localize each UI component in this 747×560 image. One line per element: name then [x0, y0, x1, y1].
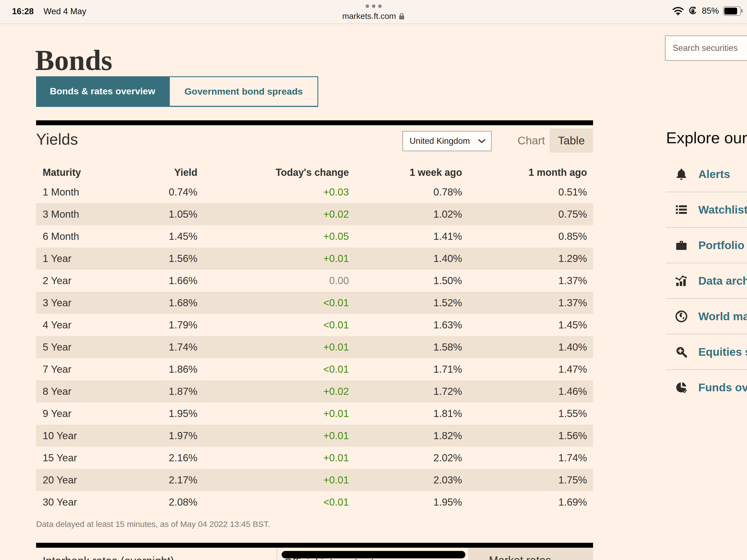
table-cell-change: 0.00 — [198, 275, 349, 286]
status-icons: 85% — [672, 6, 741, 16]
table-cell-yield: 1.97% — [156, 430, 198, 441]
table-row: 3 Month1.05%+0.021.02%0.75% — [36, 203, 593, 225]
table-cell-month_ago: 1.29% — [462, 253, 587, 264]
chart-archive-icon — [674, 274, 689, 288]
table-row: 1 Month0.74%+0.030.78%0.51% — [36, 181, 593, 203]
sidebar-item-label: Alerts — [698, 168, 730, 181]
table-cell-month_ago: 0.85% — [462, 231, 587, 242]
pie-chart-icon — [674, 380, 689, 394]
table-cell-change: +0.01 — [198, 408, 349, 419]
table-cell-yield: 1.74% — [156, 341, 198, 353]
table-cell-change: <0.01 — [198, 364, 349, 375]
table-cell-maturity: 3 Year — [36, 297, 156, 309]
table-row: 6 Month1.45%+0.051.41%0.85% — [36, 225, 593, 248]
table-cell-week_ago: 1.81% — [349, 408, 462, 419]
table-cell-week_ago: 2.03% — [349, 475, 462, 486]
region-select[interactable]: United Kingdom — [403, 131, 492, 151]
yields-table-rows: 1 Month0.74%+0.030.78%0.51%3 Month1.05%+… — [36, 181, 593, 513]
ipad-safari-screen: 16:28Wed 4 May markets.ft.com 8 — [0, 0, 747, 560]
table-cell-month_ago: 1.40% — [462, 341, 587, 353]
wifi-icon — [672, 6, 684, 15]
table-cell-week_ago: 1.02% — [349, 209, 462, 220]
view-toggle-chart[interactable]: Chart — [513, 128, 549, 153]
table-cell-month_ago: 1.45% — [462, 320, 587, 331]
section-divider-bar — [36, 120, 593, 125]
tab-bonds-rates-overview[interactable]: Bonds & rates overview — [36, 76, 169, 106]
table-header-row: Maturity Yield Today's change 1 week ago… — [36, 164, 593, 181]
sidebar-item-funds-overview[interactable]: Funds overview — [666, 370, 747, 405]
bell-icon — [674, 167, 689, 181]
table-row: 4 Year1.79%<0.011.63%1.45% — [36, 314, 593, 336]
status-bar: 16:28Wed 4 May markets.ft.com 8 — [0, 0, 747, 24]
tab-overview-dots[interactable] — [0, 4, 747, 8]
col-header-1-week-ago: 1 week ago — [349, 167, 462, 178]
table-row: 9 Year1.95%+0.011.81%1.55% — [36, 403, 593, 425]
section-divider-bar — [36, 543, 593, 548]
explore-sidebar: Explore our Alerts — [666, 128, 747, 405]
sidebar-item-equities-screener[interactable]: Equities screener — [666, 334, 747, 370]
sidebar-item-label: Portfolio — [698, 239, 745, 252]
table-cell-month_ago: 0.75% — [462, 209, 587, 220]
sidebar-item-label: Watchlists — [698, 203, 747, 216]
col-header-maturity: Maturity — [36, 167, 156, 178]
battery-percent: 85% — [702, 6, 719, 16]
column-divider — [277, 548, 277, 560]
tab-government-bond-spreads[interactable]: Government bond spreads — [169, 76, 318, 106]
view-toggle-table[interactable]: Table — [549, 128, 593, 153]
table-cell-maturity: 5 Year — [36, 341, 156, 353]
table-row: 1 Year1.56%+0.011.40%1.29% — [36, 248, 593, 270]
tab-bar: Bonds & rates overview Government bond s… — [36, 76, 318, 107]
table-cell-week_ago: 0.78% — [349, 186, 462, 198]
table-cell-month_ago: 1.74% — [462, 452, 587, 464]
table-cell-week_ago: 1.52% — [349, 297, 462, 309]
table-cell-yield: 1.45% — [156, 231, 198, 242]
search-input[interactable] — [665, 35, 747, 61]
home-indicator[interactable] — [282, 551, 465, 558]
table-cell-change: +0.01 — [198, 452, 349, 464]
sidebar-item-watchlists[interactable]: Watchlists — [666, 192, 747, 228]
globe-icon — [674, 309, 689, 324]
table-cell-week_ago: 2.02% — [349, 452, 462, 464]
table-cell-yield: 2.16% — [156, 452, 198, 464]
table-cell-maturity: 30 Year — [36, 497, 156, 508]
sidebar-item-portfolio[interactable]: Portfolio — [666, 228, 747, 263]
sidebar-item-label: Equities screener — [698, 346, 747, 358]
table-cell-yield: 1.68% — [156, 297, 198, 309]
table-cell-change: <0.01 — [198, 297, 349, 309]
table-cell-yield: 1.66% — [156, 275, 198, 286]
table-cell-week_ago: 1.95% — [349, 497, 462, 508]
table-cell-yield: 1.56% — [156, 253, 198, 264]
table-cell-maturity: 9 Year — [36, 408, 156, 419]
yields-table: Maturity Yield Today's change 1 week ago… — [36, 164, 593, 513]
table-cell-maturity: 7 Year — [36, 364, 156, 375]
region-select-value: United Kingdom — [410, 136, 470, 146]
sidebar-item-label: World markets — [698, 310, 747, 323]
padlock-icon — [398, 12, 405, 20]
table-cell-month_ago: 1.46% — [462, 386, 587, 397]
table-cell-yield: 1.79% — [156, 320, 198, 331]
table-row: 20 Year2.17%+0.012.03%1.75% — [36, 469, 593, 491]
table-cell-month_ago: 1.37% — [462, 275, 587, 286]
table-cell-month_ago: 1.37% — [462, 297, 587, 309]
sidebar-item-alerts[interactable]: Alerts — [666, 157, 747, 192]
table-cell-month_ago: 0.51% — [462, 186, 587, 198]
table-cell-maturity: 1 Year — [36, 253, 156, 264]
screener-magnifier-icon — [674, 345, 689, 359]
table-cell-change: +0.03 — [198, 186, 349, 198]
table-cell-change: +0.02 — [198, 209, 349, 220]
sidebar-item-data-archive[interactable]: Data archive — [666, 263, 747, 299]
sidebar-title: Explore our — [666, 128, 747, 147]
table-cell-change: +0.05 — [198, 231, 349, 242]
table-cell-month_ago: 1.47% — [462, 364, 587, 375]
list-icon — [674, 203, 689, 217]
table-cell-maturity: 4 Year — [36, 320, 156, 331]
table-cell-maturity: 10 Year — [36, 430, 156, 441]
sidebar-item-world-markets[interactable]: World markets — [666, 299, 747, 334]
table-cell-yield: 1.87% — [156, 386, 198, 397]
table-cell-yield: 0.74% — [156, 186, 198, 198]
address-bar[interactable]: markets.ft.com — [0, 11, 747, 21]
table-cell-maturity: 20 Year — [36, 475, 156, 486]
table-row: 15 Year2.16%+0.012.02%1.74% — [36, 447, 593, 469]
col-header-yield: Yield — [156, 167, 198, 178]
table-cell-week_ago: 1.50% — [349, 275, 462, 286]
